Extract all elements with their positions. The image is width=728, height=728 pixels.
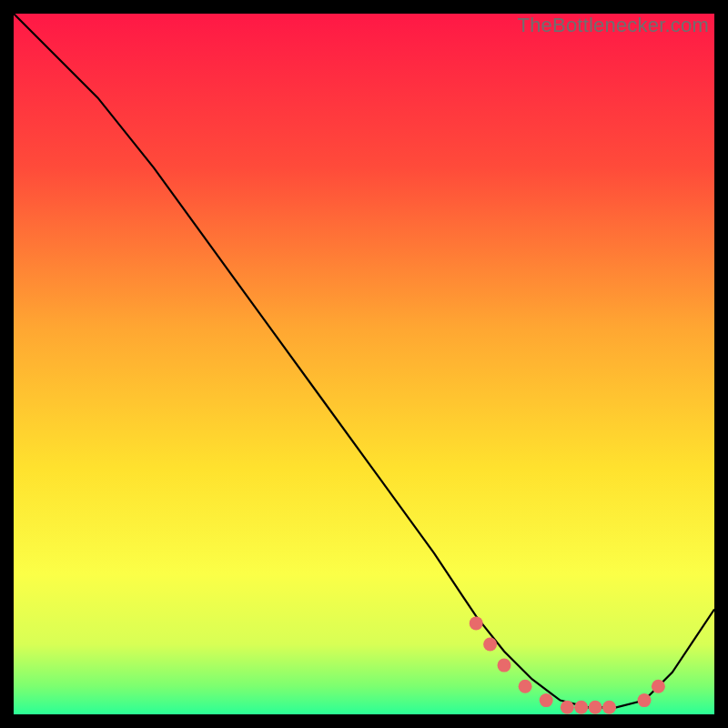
data-point <box>652 680 665 693</box>
watermark-text: TheBottlenecker.com <box>518 14 709 37</box>
data-point <box>574 701 588 714</box>
chart-frame: TheBottlenecker.com <box>14 14 714 714</box>
data-point <box>519 680 532 693</box>
data-point <box>602 701 616 714</box>
data-point <box>540 693 553 707</box>
gradient-background <box>14 14 714 714</box>
data-point <box>470 616 483 630</box>
data-point <box>483 638 497 652</box>
bottleneck-chart <box>14 14 714 714</box>
data-point <box>498 659 511 672</box>
data-point <box>561 701 574 714</box>
data-point <box>638 693 652 707</box>
data-point <box>589 701 602 714</box>
